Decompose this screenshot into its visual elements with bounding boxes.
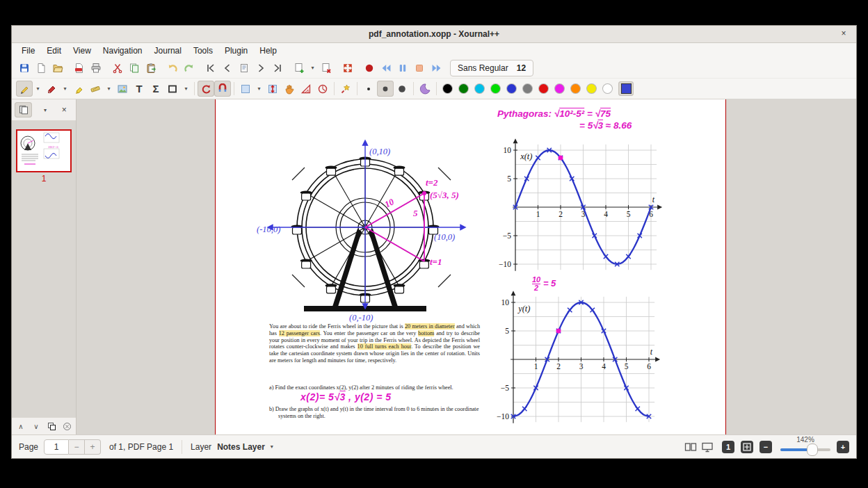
layer-value[interactable]: Notes Layer <box>217 442 265 452</box>
document-canvas[interactable]: Pythagoras: √10²-5² = √75 = 5√3 ≈ 8.66 <box>77 99 856 434</box>
copy-button[interactable] <box>126 60 143 76</box>
color-swatch-2[interactable] <box>475 84 484 93</box>
fullscreen-button[interactable] <box>339 60 356 76</box>
thickness-fine-button[interactable] <box>360 81 377 97</box>
image-icon <box>117 83 128 95</box>
next-page-button[interactable] <box>252 60 269 76</box>
color-swatch-0[interactable] <box>443 84 452 93</box>
sidebar-close-button[interactable]: × <box>56 102 73 117</box>
hand-tool-button[interactable] <box>281 81 298 97</box>
color-picker-button[interactable] <box>618 81 634 96</box>
pause-button[interactable] <box>394 60 411 76</box>
duplicate-page-button[interactable] <box>44 419 59 433</box>
menu-view[interactable]: View <box>73 46 91 56</box>
redo-button[interactable] <box>181 60 198 76</box>
color-swatch-8[interactable] <box>571 84 580 93</box>
save-button[interactable] <box>16 60 33 76</box>
snapping-button[interactable] <box>214 81 231 97</box>
undo-button[interactable] <box>164 60 181 76</box>
menu-tools[interactable]: Tools <box>193 46 213 56</box>
sidebar-preview-pages-button[interactable] <box>15 102 32 117</box>
page-increment-button[interactable]: + <box>85 439 101 455</box>
zoom-out-button[interactable]: − <box>760 441 772 453</box>
pen-fill-button[interactable] <box>337 81 354 97</box>
presentation-mode-button[interactable] <box>699 439 716 455</box>
open-button[interactable] <box>49 60 66 76</box>
print-button[interactable] <box>88 60 104 76</box>
zoom-slider-thumb[interactable] <box>807 444 818 456</box>
text-tool-button[interactable]: T <box>131 81 147 97</box>
cut-button[interactable] <box>109 60 126 76</box>
scroll-down-button[interactable]: ∨ <box>29 419 44 433</box>
page-decrement-button[interactable]: − <box>69 439 85 455</box>
eraser-tool-button[interactable] <box>43 81 60 97</box>
dual-page-view-button[interactable] <box>682 439 699 455</box>
pen-icon <box>19 83 30 95</box>
thickness-medium-button[interactable] <box>377 81 394 97</box>
add-page-dropdown[interactable]: ▾ <box>307 60 318 76</box>
shape-tool-button[interactable] <box>164 81 181 97</box>
insert-image-button[interactable] <box>114 81 131 97</box>
zoom-slider[interactable]: 142% <box>780 435 830 458</box>
menu-help[interactable]: Help <box>259 46 277 56</box>
stop-button[interactable] <box>411 60 428 76</box>
highlighter-tool-button[interactable] <box>70 81 87 97</box>
record-button[interactable] <box>361 60 378 76</box>
sidebar-dropdown[interactable]: ▾ <box>36 102 54 117</box>
select-options-dropdown[interactable]: ▾ <box>254 81 264 97</box>
page-number-input[interactable]: 1 <box>44 439 69 455</box>
shape-options-dropdown[interactable]: ▾ <box>181 81 191 97</box>
menu-journal[interactable]: Journal <box>154 46 182 56</box>
shape-recognizer-button[interactable] <box>198 81 214 97</box>
export-pdf-button[interactable] <box>71 60 88 76</box>
color-swatch-3[interactable] <box>491 84 500 93</box>
color-swatch-4[interactable] <box>507 84 516 93</box>
pen-options-dropdown[interactable]: ▾ <box>33 81 43 97</box>
wand-star-icon <box>340 83 351 95</box>
menu-navigation[interactable]: Navigation <box>103 46 143 56</box>
menu-plugin[interactable]: Plugin <box>225 46 248 56</box>
pdf-page[interactable]: Pythagoras: √10²-5² = √75 = 5√3 ≈ 8.66 <box>215 99 726 434</box>
menu-file[interactable]: File <box>22 46 35 56</box>
vertical-space-button[interactable] <box>264 81 281 97</box>
zoom-fit-button[interactable] <box>741 441 753 453</box>
zoom-100-button[interactable]: 1 <box>722 441 734 453</box>
select-text-dropdown[interactable]: ▾ <box>104 81 114 97</box>
color-swatch-7[interactable] <box>555 84 564 93</box>
font-selector[interactable]: Sans Regular 12 <box>450 60 533 76</box>
fast-forward-button[interactable] <box>428 60 444 76</box>
math-tex-button[interactable]: Σ <box>147 81 164 97</box>
window-close-button[interactable]: × <box>838 28 849 39</box>
color-swatch-9[interactable] <box>587 84 596 93</box>
pen-tool-button[interactable] <box>16 81 33 97</box>
new-document-button[interactable] <box>33 60 49 76</box>
setsquare-button[interactable] <box>298 81 314 97</box>
layer-dropdown[interactable]: ▾ <box>271 444 273 450</box>
page-thumbnail[interactable]: 10/2=5 <box>16 129 72 172</box>
add-page-button[interactable] <box>291 60 307 76</box>
thickness-thick-button[interactable] <box>394 81 410 97</box>
last-page-button[interactable] <box>269 60 286 76</box>
setsquare-icon <box>300 83 312 95</box>
title-bar[interactable]: pdf_annotation.xopp - Xournal++ × <box>12 26 856 43</box>
select-pdf-text-button[interactable] <box>87 81 104 97</box>
color-swatch-10[interactable] <box>603 84 612 93</box>
scroll-up-button[interactable]: ∧ <box>13 419 29 433</box>
delete-page-sidebar-button[interactable] <box>59 419 74 433</box>
previous-page-button[interactable] <box>219 60 236 76</box>
menu-edit[interactable]: Edit <box>47 46 61 56</box>
paste-button[interactable] <box>143 60 159 76</box>
color-swatch-1[interactable] <box>459 84 468 93</box>
select-region-button[interactable] <box>237 81 254 97</box>
color-swatch-5[interactable] <box>523 84 532 93</box>
eraser-options-dropdown[interactable]: ▾ <box>60 81 70 97</box>
delete-page-button[interactable] <box>318 60 335 76</box>
fill-transparency-button[interactable] <box>417 81 433 97</box>
color-swatch-6[interactable] <box>539 84 548 93</box>
chevron-down-icon: ▾ <box>44 107 47 113</box>
compass-button[interactable] <box>314 81 331 97</box>
first-page-button[interactable] <box>202 60 219 76</box>
rewind-button[interactable] <box>378 60 394 76</box>
zoom-in-button[interactable]: + <box>837 441 849 453</box>
goto-page-button[interactable] <box>236 60 252 76</box>
